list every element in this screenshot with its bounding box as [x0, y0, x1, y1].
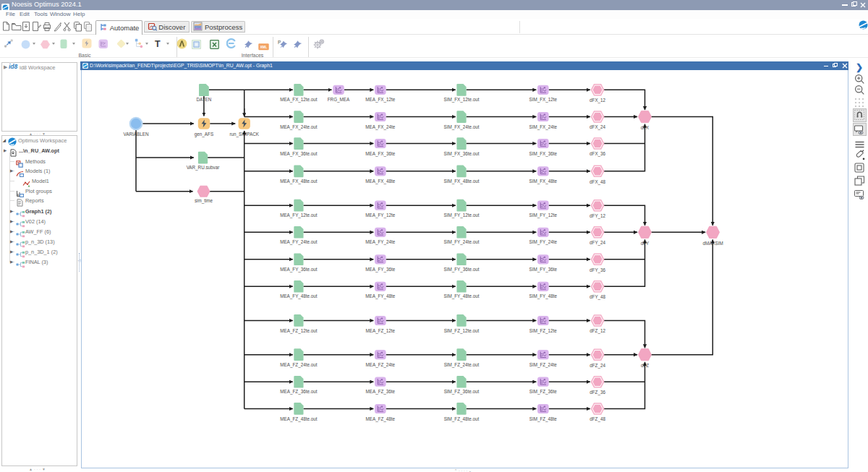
svg-text:dFZ_36: dFZ_36 — [590, 390, 605, 395]
svg-text:sim_time: sim_time — [194, 198, 213, 204]
svg-text:SIM_FZ_24te: SIM_FZ_24te — [529, 362, 557, 368]
svg-text:SIM_FX_48te: SIM_FX_48te — [529, 179, 557, 184]
svg-text:SIM_FX_12te: SIM_FX_12te — [529, 97, 557, 103]
svg-text:dFZ_48: dFZ_48 — [590, 416, 605, 422]
svg-text:dFX_48: dFX_48 — [590, 179, 606, 185]
svg-text:SIM_FY_48te.out: SIM_FY_48te.out — [443, 293, 479, 299]
svg-text:SIM_FY_24te: SIM_FY_24te — [529, 239, 557, 245]
svg-text:MEA_FX_12te: MEA_FX_12te — [365, 97, 395, 103]
svg-text:SIM_FY_36te: SIM_FY_36te — [529, 267, 557, 273]
svg-text:MEA_FX_36te: MEA_FX_36te — [365, 151, 395, 157]
svg-text:MEA_FY_36te: MEA_FY_36te — [365, 267, 395, 273]
svg-text:MEA_FZ_36te: MEA_FZ_36te — [365, 389, 395, 395]
svg-text:P: P — [278, 40, 281, 45]
svg-text:MEA_FZ_12te.out: MEA_FZ_12te.out — [280, 328, 317, 334]
svg-text:MEA_FZ_36te.out: MEA_FZ_36te.out — [280, 389, 317, 395]
svg-text:SIM_FY_48te: SIM_FY_48te — [529, 293, 557, 299]
svg-text:MEA_FZ_24te: MEA_FZ_24te — [365, 362, 395, 368]
svg-text:MEA_FY_48te: MEA_FY_48te — [365, 293, 395, 299]
svg-text:SIM_FZ_48te: SIM_FZ_48te — [529, 416, 557, 422]
svg-text:MEA_FY_12te: MEA_FY_12te — [365, 213, 395, 218]
svg-text:XML: XML — [260, 46, 268, 49]
svg-text:MEA_FY_48te.out: MEA_FY_48te.out — [280, 293, 318, 299]
svg-text:MEA_FY_24te.out: MEA_FY_24te.out — [280, 239, 318, 245]
svg-text:SIM_FY_12te: SIM_FY_12te — [529, 213, 557, 218]
svg-text:dFZ_24: dFZ_24 — [590, 363, 605, 369]
svg-text:gen_AFS: gen_AFS — [194, 132, 213, 137]
svg-text:dFX_36: dFX_36 — [590, 151, 606, 157]
svg-text:MEA_FZ_24te.out: MEA_FZ_24te.out — [280, 362, 317, 368]
svg-text:dFY_48: dFY_48 — [590, 294, 606, 300]
svg-text:dFY_12: dFY_12 — [590, 213, 606, 219]
svg-text:SIM_FZ_36te.out: SIM_FZ_36te.out — [443, 389, 479, 395]
svg-text:SIM_FY_36te.out: SIM_FY_36te.out — [443, 267, 479, 273]
svg-text:dFX_24: dFX_24 — [590, 124, 606, 130]
svg-text:SIM_FX_24te: SIM_FX_24te — [529, 124, 557, 130]
svg-text:dFX_12: dFX_12 — [590, 98, 606, 103]
svg-text:MEA_FY_24te: MEA_FY_24te — [365, 239, 395, 245]
svg-text:SIM_FX_48te.out: SIM_FX_48te.out — [443, 179, 479, 184]
svg-text:SIM_FX_24te.out: SIM_FX_24te.out — [443, 124, 479, 130]
svg-text:SIM_FY_24te.out: SIM_FY_24te.out — [443, 239, 479, 245]
svg-text:SIM_FX_36te: SIM_FX_36te — [529, 151, 557, 157]
svg-text:SIM_FZ_12te.out: SIM_FZ_12te.out — [443, 328, 479, 334]
svg-text:MEA_FX_48te: MEA_FX_48te — [365, 179, 395, 184]
svg-text:SIM_FZ_48te.out: SIM_FZ_48te.out — [443, 416, 479, 422]
svg-text:dFY_36: dFY_36 — [590, 267, 606, 273]
svg-text:FRG_MEA: FRG_MEA — [327, 97, 349, 103]
svg-text:MEA_FY_12te.out: MEA_FY_12te.out — [280, 213, 318, 218]
svg-text:MEA_FX_48te.out: MEA_FX_48te.out — [280, 179, 318, 184]
svg-text:SIM_FZ_36te: SIM_FZ_36te — [529, 389, 557, 395]
svg-text:SIM_FX_36te.out: SIM_FX_36te.out — [443, 151, 479, 157]
svg-text:MEA_FZ_12te: MEA_FZ_12te — [365, 328, 395, 334]
svg-text:dFZ_12: dFZ_12 — [590, 328, 605, 334]
svg-text:MEA_FX_24te.out: MEA_FX_24te.out — [280, 124, 318, 130]
svg-text:SIM_FY_12te.out: SIM_FY_12te.out — [443, 213, 479, 218]
svg-text:MEA_FZ_48te: MEA_FZ_48te — [365, 416, 395, 422]
svg-text:MEA_FY_36te.out: MEA_FY_36te.out — [280, 267, 318, 273]
svg-text:SIM_FZ_12te: SIM_FZ_12te — [529, 328, 557, 334]
svg-text:dFY_24: dFY_24 — [590, 240, 606, 246]
svg-text:VAR_RU.subvar: VAR_RU.subvar — [186, 165, 219, 171]
svg-text:MEA_FX_12te.out: MEA_FX_12te.out — [280, 97, 318, 103]
svg-text:SIM_FX_12te.out: SIM_FX_12te.out — [443, 97, 479, 103]
svg-text:MEA_FZ_48te.out: MEA_FZ_48te.out — [280, 416, 317, 422]
svg-text:SIM_FZ_24te.out: SIM_FZ_24te.out — [443, 362, 479, 368]
svg-text:MEA_FX_36te.out: MEA_FX_36te.out — [280, 151, 318, 157]
svg-text:MEA_FX_24te: MEA_FX_24te — [365, 124, 395, 130]
